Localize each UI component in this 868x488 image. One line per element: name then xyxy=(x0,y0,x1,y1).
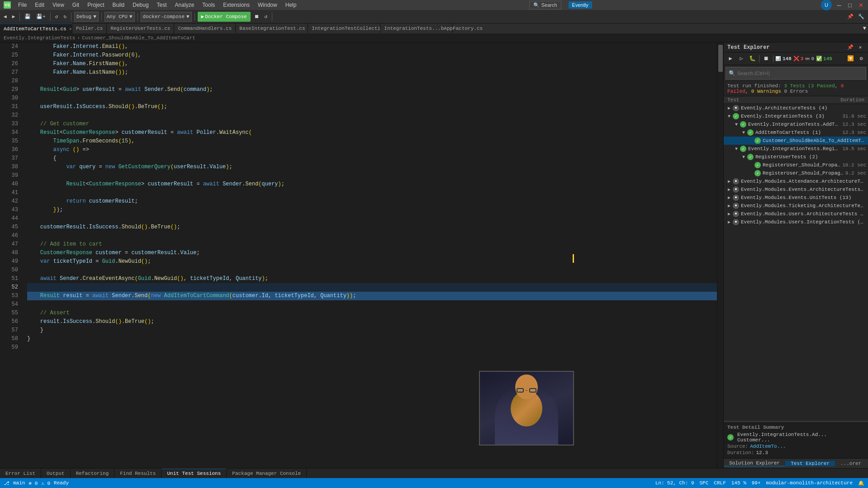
back-button[interactable]: ◀ xyxy=(2,12,9,22)
bottom-tab-output[interactable]: Output xyxy=(41,469,71,478)
tab-additemtocart[interactable]: AddItemToCartTests.cs ✕ xyxy=(0,24,72,33)
minimize-button[interactable]: ─ xyxy=(835,1,843,9)
editor-scrollbar[interactable] xyxy=(717,43,723,468)
undo-button[interactable]: ↺ xyxy=(53,12,60,22)
bottom-tab-refactoring[interactable]: Refactoring xyxy=(71,469,115,478)
te-pin-button[interactable]: 📌 xyxy=(846,43,854,52)
te-node-2[interactable]: ▼ ✓ Evently.IntegrationTests (3) 31.8 se… xyxy=(724,112,868,120)
te-node-9[interactable]: ✓ RegisterUser_Should_PropagateToTicketi… xyxy=(724,169,868,177)
redo-button[interactable]: ↻ xyxy=(62,12,68,22)
te-node-5[interactable]: ✓ Customer_ShouldBeAble_To_AddItemToCart xyxy=(724,137,868,145)
te-col-test[interactable]: Test xyxy=(727,97,739,103)
toolbar-extra-1[interactable]: 📌 xyxy=(845,12,855,22)
code-line-49: var ticketTypeId = Guid.NewGuid(); xyxy=(27,257,717,266)
menu-test[interactable]: Test xyxy=(153,1,171,9)
code-area[interactable]: Faker.Internet.Email(), Faker.Internet.P… xyxy=(24,43,717,468)
te-node-7[interactable]: ▼ ✓ RegisterUserTests (2) xyxy=(724,153,868,161)
maximize-button[interactable]: □ xyxy=(846,1,854,9)
te-settings-button[interactable]: ⚙ xyxy=(856,54,866,64)
forward-button[interactable]: ▶ xyxy=(10,12,17,22)
webcam-video xyxy=(480,372,573,445)
tab-integrationappfactory[interactable]: IntegrationTests...bAppFactory.cs xyxy=(380,24,453,33)
stop-button[interactable]: ⏹ xyxy=(252,12,261,22)
bottom-tab-findresults[interactable]: Find Results xyxy=(114,469,161,478)
restart-button[interactable]: ↺ xyxy=(263,12,270,22)
menu-file[interactable]: File xyxy=(14,1,30,9)
status-crlf[interactable]: CRLF xyxy=(714,480,726,486)
te-arrow-3[interactable]: ▼ xyxy=(733,122,740,127)
te-node-6[interactable]: ▼ ✓ Evently.IntegrationTests.RegisterUse… xyxy=(724,145,868,153)
te-node-3[interactable]: ▼ ✓ Evently.IntegrationTests.AddToCart (… xyxy=(724,120,868,128)
te-arrow-12[interactable]: ▶ xyxy=(726,195,733,200)
menu-analyze[interactable]: Analyze xyxy=(171,1,198,9)
menu-window[interactable]: Window xyxy=(254,1,281,9)
te-node-4[interactable]: ▼ ✓ AddItemToCartTests (1) 12.3 sec xyxy=(724,128,868,137)
te-stop-button[interactable]: ⏹ xyxy=(761,54,771,64)
te-arrow-13[interactable]: ▶ xyxy=(726,203,733,208)
tab-registeruser[interactable]: RegisterUserTests.cs xyxy=(107,24,174,33)
extra-panel-tab[interactable]: ...orer xyxy=(835,461,867,466)
save-button[interactable]: 💾 xyxy=(23,12,33,22)
solution-explorer-tab[interactable]: Solution Explorer xyxy=(724,460,785,466)
te-tree[interactable]: ▶ ● Evently.ArchitectureTests (4) ▼ ✓ Ev… xyxy=(724,104,868,421)
menu-view[interactable]: View xyxy=(49,1,68,9)
te-arrow-4[interactable]: ▼ xyxy=(740,130,747,135)
menu-tools[interactable]: Tools xyxy=(199,1,218,9)
te-node-13[interactable]: ▶ ● Evently.Modules.Ticketing.Architectu… xyxy=(724,202,868,210)
te-filter-button[interactable]: 🔽 xyxy=(845,54,855,64)
te-node-14[interactable]: ▶ ● Evently.Modules.Users.ArchitectureTe… xyxy=(724,210,868,218)
te-run-selected-button[interactable]: ▷ xyxy=(736,54,746,64)
close-button[interactable]: ✕ xyxy=(857,1,864,9)
te-close-button[interactable]: ✕ xyxy=(856,43,864,52)
te-node-15[interactable]: ▶ ● Evently.Modules.Users.IntegrationTes… xyxy=(724,218,868,226)
te-arrow-1[interactable]: ▶ xyxy=(726,105,733,111)
te-arrow-14[interactable]: ▶ xyxy=(726,211,733,217)
tab-integrationcollection[interactable]: IntegrationTestCollection.cs xyxy=(308,24,380,33)
te-dur-2: 31.8 sec xyxy=(842,114,866,119)
tab-overflow[interactable]: ▼ xyxy=(861,24,868,33)
save-all-button[interactable]: 💾+ xyxy=(34,12,47,22)
ln-55: 55 xyxy=(4,309,22,317)
te-node-11[interactable]: ▶ ● Evently.Modules.Events.ArchitectureT… xyxy=(724,185,868,194)
bottom-tab-errors[interactable]: Error List xyxy=(0,469,41,478)
tab-baseintegration[interactable]: BaseIntegrationTest.cs xyxy=(236,24,308,33)
te-arrow-15[interactable]: ▶ xyxy=(726,219,733,225)
te-detail-duration-row: Duration: 12.3 xyxy=(727,450,864,455)
tab-poller[interactable]: Poller.cs xyxy=(72,24,107,33)
test-explorer-tab[interactable]: Test Explorer xyxy=(785,461,835,466)
te-arrow-7[interactable]: ▼ xyxy=(740,155,747,160)
te-detail-source-value[interactable]: AddItemTo... xyxy=(750,444,786,449)
te-search-container[interactable]: 🔍 xyxy=(726,67,866,80)
toolbar-extra-2[interactable]: 🔧 xyxy=(856,12,866,22)
run-button[interactable]: ▶ Docker Compose xyxy=(198,12,251,22)
te-debug-button[interactable]: 🐛 xyxy=(747,54,757,64)
search-label[interactable]: Search xyxy=(541,2,557,8)
te-arrow-11[interactable]: ▶ xyxy=(726,187,733,192)
te-node-10[interactable]: ▶ ● Evently.Modules.Attendance.Architect… xyxy=(724,177,868,185)
menu-edit[interactable]: Edit xyxy=(31,1,48,9)
te-arrow-10[interactable]: ▶ xyxy=(726,179,733,184)
te-col-duration[interactable]: Duration xyxy=(840,97,864,103)
te-search-input[interactable] xyxy=(737,71,863,76)
te-arrow-2[interactable]: ▼ xyxy=(726,114,733,119)
te-arrow-6[interactable]: ▼ xyxy=(733,147,740,152)
te-node-1[interactable]: ▶ ● Evently.ArchitectureTests (4) xyxy=(724,104,868,112)
menu-project[interactable]: Project xyxy=(84,1,108,9)
menu-build[interactable]: Build xyxy=(109,1,128,9)
te-run-all-button[interactable]: ▶ xyxy=(726,54,735,64)
menu-git[interactable]: Git xyxy=(69,1,83,9)
menu-extensions[interactable]: Extensions xyxy=(219,1,253,9)
profile-dropdown[interactable]: docker-compose ▼ xyxy=(141,12,192,22)
bottom-tab-packagemanager[interactable]: Package Manager Console xyxy=(227,469,307,478)
te-node-8[interactable]: ✓ RegisterUser_Should_PropagateToAttenda… xyxy=(724,161,868,169)
bottom-tab-unittests[interactable]: Unit Test Sessions xyxy=(161,469,227,478)
te-node-12[interactable]: ▶ ● Evently.Modules.Events.UnitTests (13… xyxy=(724,194,868,202)
platform-dropdown[interactable]: Any CPU ▼ xyxy=(104,12,135,22)
tab-commandhandlers[interactable]: CommandHandlers.cs xyxy=(174,24,236,33)
avatar[interactable]: U xyxy=(821,0,832,10)
menu-debug[interactable]: Debug xyxy=(129,1,152,9)
menu-help[interactable]: Help xyxy=(282,1,300,9)
debug-mode-dropdown[interactable]: Debug ▼ xyxy=(74,12,99,22)
status-branch[interactable]: main xyxy=(13,480,25,486)
status-notifications[interactable]: 🔔 xyxy=(858,480,864,486)
